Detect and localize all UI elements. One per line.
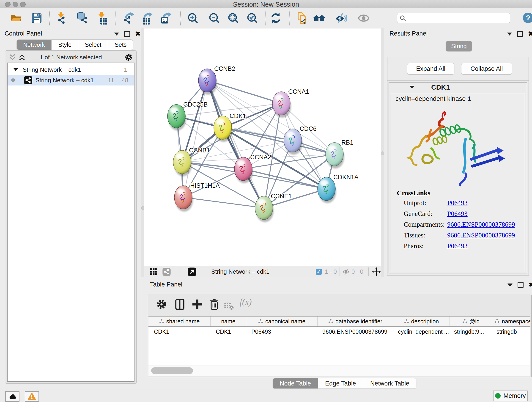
node-CCNB1[interactable] xyxy=(173,150,192,176)
gear-icon[interactable] xyxy=(124,53,133,62)
tab-string[interactable]: String xyxy=(446,41,472,51)
warning-button[interactable] xyxy=(25,391,39,402)
node-CCNE1[interactable] xyxy=(255,196,273,222)
clone-network-icon[interactable] xyxy=(295,12,308,25)
table-horizontal-scrollbar[interactable] xyxy=(148,366,530,376)
node-CDC6[interactable] xyxy=(284,129,302,155)
panel-menu-icon[interactable] xyxy=(114,32,119,36)
edge-CDK1-RB1[interactable] xyxy=(223,128,335,154)
zoom-selected-icon[interactable] xyxy=(246,12,259,25)
export-image-icon[interactable] xyxy=(160,12,173,25)
zoom-out-icon[interactable] xyxy=(208,12,221,25)
import-table-file-icon[interactable] xyxy=(95,12,108,25)
table-gear-icon[interactable] xyxy=(155,298,168,311)
import-network-file-icon[interactable] xyxy=(54,12,67,25)
tab-node-table[interactable]: Node Table xyxy=(273,378,318,389)
float-table-icon[interactable] xyxy=(518,282,524,288)
import-network-database-icon[interactable] xyxy=(75,12,88,25)
network-row[interactable]: String Network – cdk1 11 48 xyxy=(7,75,134,85)
node-CCNB2[interactable] xyxy=(198,69,217,95)
table-panel: Table Panel ✖ xyxy=(144,277,532,389)
table-menu-icon[interactable] xyxy=(507,283,513,287)
node-CDKN1A[interactable] xyxy=(317,177,336,203)
expand-all-button[interactable]: Expand All xyxy=(407,63,454,75)
delete-column-icon[interactable] xyxy=(208,298,220,311)
float-panel-icon[interactable] xyxy=(124,31,130,37)
tab-select[interactable]: Select xyxy=(78,39,108,50)
window-title: Session: New Session xyxy=(0,1,532,8)
open-in-window-icon[interactable] xyxy=(187,267,196,276)
tab-edge-table[interactable]: Edge Table xyxy=(318,378,363,389)
column-header-database-identifier[interactable]: database identifier xyxy=(317,317,393,326)
node-CCNA2[interactable] xyxy=(234,157,253,183)
crosslink-link[interactable]: P06493 xyxy=(447,242,468,250)
node-table[interactable]: shared namenamecanonical namedatabase id… xyxy=(148,316,530,366)
close-table-icon[interactable]: ✖ xyxy=(529,283,532,287)
crosslink-row-genecard: GeneCard:P06493 xyxy=(404,210,523,221)
show-all-icon[interactable] xyxy=(357,12,370,25)
cloud-button[interactable] xyxy=(5,391,19,402)
memory-button[interactable]: Memory xyxy=(493,390,528,401)
hidden-eye-icon[interactable] xyxy=(342,268,350,275)
column-header-description[interactable]: description xyxy=(393,317,450,326)
string-home-icon[interactable] xyxy=(313,12,326,25)
selected-nodes-checkbox[interactable]: ✓ xyxy=(316,269,322,275)
collapse-all-button[interactable]: Collapse All xyxy=(461,63,512,75)
grid-view-icon[interactable] xyxy=(149,268,158,276)
edge-CCNB2-CCNA1[interactable] xyxy=(207,80,281,103)
node-CDC25B[interactable] xyxy=(167,104,186,130)
birdseye-view-icon[interactable] xyxy=(162,268,171,276)
crosslink-link[interactable]: P06493 xyxy=(447,199,468,207)
column-header-shared-name[interactable]: shared name xyxy=(148,317,210,326)
edge-HIST1H1A-CCNE1[interactable] xyxy=(183,197,264,208)
network-collection-row[interactable]: String Network – cdk1 1 xyxy=(7,64,134,75)
tree-expander-icon[interactable] xyxy=(13,68,18,71)
column-header-canonical-name[interactable]: canonical name xyxy=(246,317,317,326)
search-box[interactable] xyxy=(397,13,510,23)
zoom-fit-icon[interactable] xyxy=(227,12,240,25)
left-split-divider[interactable] xyxy=(141,28,144,277)
delete-table-icon[interactable] xyxy=(224,300,234,312)
show-columns-icon[interactable] xyxy=(174,298,186,311)
table-row[interactable]: CDK1CDK1P064939606.ENSP00000378699cyclin… xyxy=(148,327,530,337)
crosslink-link[interactable]: 9606.ENSP00000378699 xyxy=(447,231,515,239)
entry-description: cyclin–dependent kinase 1 xyxy=(395,95,471,102)
tab-network-table[interactable]: Network Table xyxy=(363,378,417,389)
save-session-icon[interactable] xyxy=(30,12,43,25)
function-builder-icon[interactable]: f(x) xyxy=(240,297,260,309)
current-network-title: String Network – cdk1 xyxy=(211,268,269,275)
node-RB1[interactable] xyxy=(326,143,344,168)
warning-icon xyxy=(27,393,36,400)
search-input[interactable] xyxy=(409,13,508,23)
create-column-icon[interactable] xyxy=(191,298,203,311)
column-header-name[interactable]: name xyxy=(210,317,246,326)
tab-sets[interactable]: Sets xyxy=(108,39,133,50)
close-results-icon[interactable]: ✖ xyxy=(528,32,532,36)
node-label-HIST1H1A: HIST1H1A xyxy=(190,182,220,189)
float-results-icon[interactable] xyxy=(517,31,523,37)
node-HIST1H1A[interactable] xyxy=(174,186,193,211)
edge-CCNB2-HIST1H1A[interactable] xyxy=(183,80,207,197)
column-header-namespace[interactable]: namespace xyxy=(492,317,530,326)
refresh-layout-icon[interactable] xyxy=(269,12,282,25)
edge-CCNA2-CDKN1A[interactable] xyxy=(243,169,326,189)
crosslink-link[interactable]: 9606.ENSP00000378699 xyxy=(447,221,515,228)
export-network-icon[interactable] xyxy=(123,12,136,25)
scrollbar-thumb[interactable] xyxy=(151,367,193,374)
crosslink-link[interactable]: P06493 xyxy=(447,210,468,217)
zoom-in-icon[interactable] xyxy=(186,12,199,25)
export-table-icon[interactable] xyxy=(141,12,154,25)
tab-style[interactable]: Style xyxy=(51,39,78,50)
column-header--id[interactable]: @id xyxy=(450,317,492,326)
help-button[interactable]: ? xyxy=(523,13,532,23)
close-panel-icon[interactable]: ✖ xyxy=(135,32,140,36)
network-list: String Network – cdk1 1 String Network –… xyxy=(7,63,134,382)
tab-network[interactable]: Network xyxy=(17,39,51,50)
fit-content-icon[interactable] xyxy=(372,267,381,277)
hide-unselected-icon[interactable] xyxy=(334,12,347,25)
network-canvas[interactable]: CCNB2CCNA1CDC25BCDK1CDC6RB1CCNB1CCNA2CDK… xyxy=(144,28,381,266)
results-menu-icon[interactable] xyxy=(507,32,512,36)
open-session-icon[interactable] xyxy=(10,12,22,25)
entry-expander-icon[interactable] xyxy=(409,86,414,89)
crosslink-label: Tissues: xyxy=(404,231,425,239)
